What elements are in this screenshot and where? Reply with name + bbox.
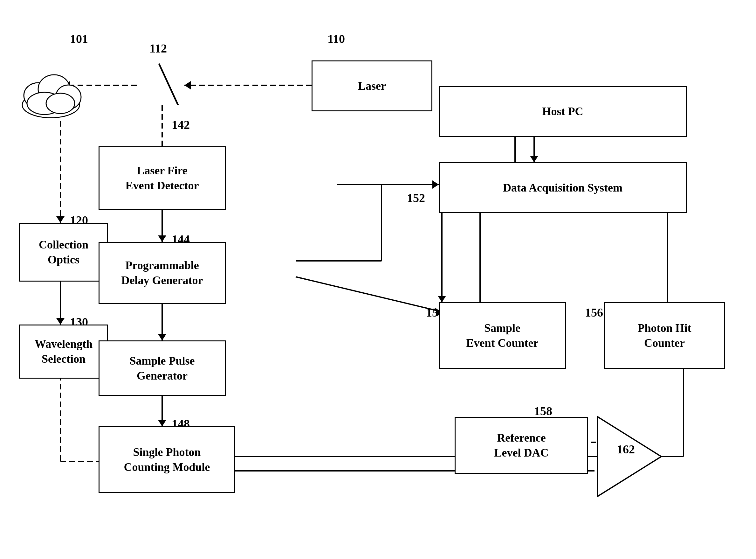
label-156: 156 xyxy=(585,306,603,319)
laser-box: Laser xyxy=(311,61,432,111)
svg-marker-8 xyxy=(158,236,166,242)
svg-marker-37 xyxy=(598,417,661,496)
svg-marker-16 xyxy=(158,334,166,340)
label-110: 110 xyxy=(327,32,345,46)
label-112: 112 xyxy=(149,41,167,55)
svg-marker-1 xyxy=(184,81,191,89)
svg-line-13 xyxy=(296,277,442,312)
data-acquisition-box: Data Acquisition System xyxy=(439,162,687,213)
laser-fire-detector-box: Laser FireEvent Detector xyxy=(98,147,226,210)
diagram: 101 112 110 142 144 120 130 146 148 150 … xyxy=(0,0,756,559)
programmable-delay-box: ProgrammableDelay Generator xyxy=(98,242,226,304)
label-142: 142 xyxy=(172,118,190,132)
host-pc-box: Host PC xyxy=(439,86,687,137)
collection-optics-box: CollectionOptics xyxy=(19,223,108,282)
label-101: 101 xyxy=(70,32,88,46)
svg-line-4 xyxy=(159,64,178,105)
wavelength-selection-box: WavelengthSelection xyxy=(19,325,108,379)
svg-marker-22 xyxy=(56,318,65,325)
svg-marker-12 xyxy=(432,180,439,189)
svg-marker-32 xyxy=(438,296,446,302)
reference-level-dac-box: ReferenceLevel DAC xyxy=(455,417,588,474)
sample-cloud xyxy=(19,45,82,118)
label-152: 152 xyxy=(407,191,425,205)
single-photon-box: Single PhotonCounting Module xyxy=(98,426,235,493)
svg-point-51 xyxy=(46,93,75,114)
svg-marker-20 xyxy=(56,216,65,223)
label-162: 162 xyxy=(617,442,635,456)
svg-marker-30 xyxy=(530,156,538,162)
label-158: 158 xyxy=(534,404,552,418)
sample-event-counter-box: SampleEvent Counter xyxy=(439,302,566,369)
sample-pulse-gen-box: Sample PulseGenerator xyxy=(98,340,226,396)
photon-hit-counter-box: Photon HitCounter xyxy=(604,302,725,369)
svg-marker-18 xyxy=(158,420,166,426)
